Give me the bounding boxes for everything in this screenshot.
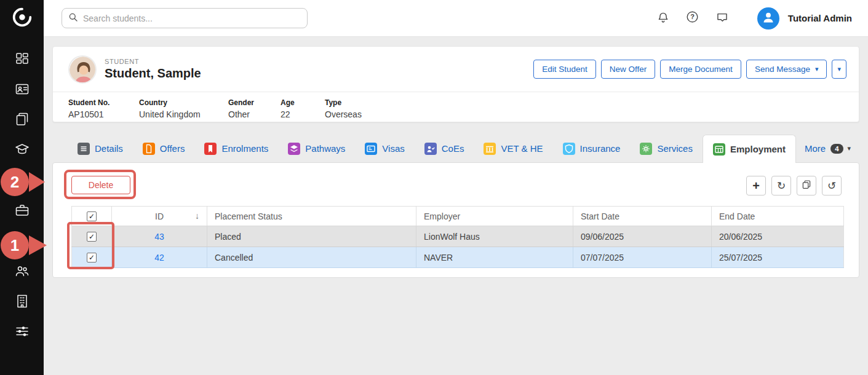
topbar: ? Tutorial Admin [44, 0, 868, 37]
column-label: Start Date [581, 211, 619, 221]
merge-document-button[interactable]: Merge Document [660, 60, 741, 79]
more-count-badge: 4 [830, 144, 843, 154]
sidebar-item-documents[interactable] [9, 107, 36, 134]
info-label: Type [325, 98, 362, 107]
user-name[interactable]: Tutorial Admin [788, 13, 852, 23]
info-label: Country [139, 98, 228, 107]
history-icon: ↺ [827, 180, 836, 192]
building-icon [15, 294, 30, 311]
notifications-button[interactable] [653, 8, 674, 29]
tab-coes[interactable]: CoEs [415, 135, 474, 162]
refresh-button[interactable]: ↻ [771, 176, 791, 195]
grid-tools: + ↻ ↺ [746, 176, 842, 195]
search-input[interactable] [83, 14, 301, 23]
column-label: End Date [719, 211, 755, 221]
tab-vet-he[interactable]: VET & HE [474, 135, 552, 162]
people-icon [15, 264, 30, 281]
student-info-row: Student No. AP10501 Country United Kingd… [53, 92, 859, 119]
student-header-card: STUDENT Student, Sample Edit Student New… [52, 46, 859, 122]
cell-id: 43 [112, 226, 207, 247]
send-message-button[interactable]: Send Message▾ [746, 60, 827, 79]
visas-icon [365, 143, 377, 155]
table-row[interactable]: ✓ 43 Placed LionWolf Haus 09/06/2025 20/… [72, 226, 844, 247]
tab-enrolments[interactable]: Enrolments [194, 135, 278, 162]
delete-button[interactable]: Delete [71, 176, 130, 194]
cell-select: ✓ [72, 226, 112, 247]
chat-button[interactable] [712, 8, 733, 29]
sliders-icon [15, 324, 30, 341]
app-logo[interactable] [0, 0, 44, 37]
column-header-start-date[interactable]: Start Date [573, 207, 712, 226]
tab-insurance[interactable]: Insurance [553, 135, 631, 162]
tab-more[interactable]: More4▾ [796, 135, 859, 162]
sidebar-item-agents[interactable] [9, 259, 36, 286]
app-window: ? Tutorial Admin STUDENT Student, Sample… [0, 0, 868, 375]
row-checkbox[interactable]: ✓ [87, 232, 97, 242]
tab-offers[interactable]: Offers [133, 135, 195, 162]
sidebar [0, 0, 44, 375]
sidebar-item-courses[interactable] [9, 137, 36, 164]
tab-visas[interactable]: Visas [355, 135, 414, 162]
tab-label: Offers [160, 143, 185, 154]
column-label: Employer [424, 211, 460, 221]
column-header-employer[interactable]: Employer [416, 207, 573, 226]
edit-student-button[interactable]: Edit Student [533, 60, 596, 79]
sidebar-item-settings[interactable] [9, 319, 36, 346]
sort-desc-icon: ↓ [195, 211, 199, 221]
search-box [62, 8, 308, 28]
tab-label: Pathways [305, 143, 345, 154]
history-button[interactable]: ↺ [822, 176, 842, 195]
student-actions: Edit Student New Offer Merge Document Se… [533, 60, 846, 79]
refresh-icon: ↻ [777, 180, 786, 192]
record-id-link[interactable]: 43 [154, 232, 164, 242]
cell-start-date: 07/07/2025 [573, 247, 712, 268]
sidebar-item-students[interactable] [9, 77, 36, 104]
info-value: AP10501 [68, 109, 139, 119]
search-icon [68, 12, 78, 25]
user-avatar[interactable] [757, 7, 779, 30]
tab-label: Insurance [580, 143, 621, 154]
documents-icon [15, 112, 30, 129]
details-icon [78, 143, 90, 155]
cell-employer: NAVER [416, 247, 573, 268]
edit-student-label: Edit Student [542, 65, 587, 74]
record-id-link[interactable]: 42 [154, 253, 164, 262]
export-button[interactable] [797, 176, 816, 195]
student-tabs: Details Offers Enrolments Pathways Visas… [52, 135, 859, 162]
tab-pathways[interactable]: Pathways [278, 135, 355, 162]
student-card-top: STUDENT Student, Sample Edit Student New… [53, 47, 859, 92]
tab-services[interactable]: Services [630, 135, 703, 162]
column-header-end-date[interactable]: End Date [712, 207, 844, 226]
vet-he-icon [484, 143, 496, 155]
cell-employer: LionWolf Haus [416, 226, 573, 247]
add-record-button[interactable]: + [746, 176, 766, 195]
tab-details[interactable]: Details [68, 135, 133, 162]
cell-start-date: 09/06/2025 [573, 226, 712, 247]
student-identity: STUDENT Student, Sample [105, 58, 201, 81]
help-button[interactable]: ? [682, 8, 703, 29]
column-header-id[interactable]: ID↓ [112, 207, 207, 226]
cell-select: ✓ [72, 247, 112, 268]
tab-label: Enrolments [221, 143, 268, 154]
row-checkbox[interactable]: ✓ [87, 253, 97, 262]
sidebar-item-dashboard[interactable] [9, 47, 36, 74]
sidebar-item-employers[interactable] [9, 198, 36, 225]
tab-employment[interactable]: Employment [703, 135, 796, 163]
new-offer-button[interactable]: New Offer [601, 60, 656, 79]
tab-label: VET & HE [501, 143, 543, 154]
sidebar-item-organisation[interactable] [9, 289, 36, 316]
select-all-checkbox[interactable]: ✓ [87, 211, 97, 221]
info-field-type: Type Overseas [325, 98, 362, 119]
record-type-label: STUDENT [105, 58, 201, 65]
table-header-row: ✓ ID↓ Placement Status Employer Start Da… [72, 207, 844, 226]
info-value: 22 [281, 109, 325, 119]
table-row[interactable]: ✓ 42 Cancelled NAVER 07/07/2025 25/07/20… [72, 247, 844, 268]
dashboard-icon [15, 52, 30, 69]
employment-panel: Delete + ↻ ↺ ✓ ID↓ Placement Status Empl… [52, 162, 859, 278]
more-label: More [805, 143, 826, 154]
employment-grid-icon [713, 143, 725, 156]
new-offer-label: New Offer [610, 65, 647, 74]
more-actions-dropdown-button[interactable]: ▾ [832, 60, 846, 79]
employment-table: ✓ ID↓ Placement Status Employer Start Da… [71, 206, 844, 268]
column-header-placement-status[interactable]: Placement Status [207, 207, 416, 226]
